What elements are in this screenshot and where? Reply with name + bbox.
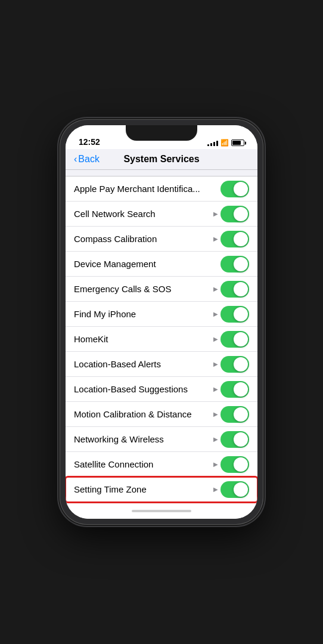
toggle-homekit[interactable] xyxy=(220,331,249,348)
back-button[interactable]: ‹ Back xyxy=(74,154,100,165)
row-right-cell-network: ▶ xyxy=(213,206,249,222)
list-row-device-management[interactable]: Device Management xyxy=(66,252,257,277)
row-label-cell-network: Cell Network Search xyxy=(74,203,213,225)
row-label-device-management: Device Management xyxy=(74,253,220,275)
row-label-networking: Networking & Wireless xyxy=(74,428,213,450)
toggle-location-alerts[interactable] xyxy=(220,356,249,373)
row-right-networking: ▶ xyxy=(213,431,249,448)
row-label-satellite-connection: Satellite Connection xyxy=(74,453,213,475)
location-arrow-icon-compass-calibration: ▶ xyxy=(213,236,218,242)
location-arrow-icon-networking: ▶ xyxy=(213,436,218,442)
back-label: Back xyxy=(78,154,100,165)
list-row-compass-calibration[interactable]: Compass Calibration▶ xyxy=(66,227,257,252)
toggle-satellite-connection[interactable] xyxy=(220,456,249,473)
row-label-homekit: HomeKit xyxy=(74,328,213,350)
row-right-compass-calibration: ▶ xyxy=(213,231,249,247)
toggle-compass-calibration[interactable] xyxy=(220,231,249,247)
toggle-location-suggestions[interactable] xyxy=(220,381,249,398)
phone-screen: 12:52 📶 ‹ Back System Services xyxy=(66,125,257,519)
list-row-cell-network[interactable]: Cell Network Search▶ xyxy=(66,202,257,227)
toggle-cell-network[interactable] xyxy=(220,206,249,222)
signal-icon xyxy=(207,140,218,146)
location-arrow-icon-motion-calibration: ▶ xyxy=(213,411,218,417)
location-arrow-icon-emergency-calls: ▶ xyxy=(213,286,218,292)
location-arrow-icon-location-alerts: ▶ xyxy=(213,361,218,367)
phone-frame: 12:52 📶 ‹ Back System Services xyxy=(60,119,263,525)
chevron-left-icon: ‹ xyxy=(74,154,77,165)
list-row-location-suggestions[interactable]: Location-Based Suggestions▶ xyxy=(66,377,257,402)
row-right-motion-calibration: ▶ xyxy=(213,406,249,423)
list-row-emergency-calls[interactable]: Emergency Calls & SOS▶ xyxy=(66,277,257,302)
row-right-setting-time-zone: ▶ xyxy=(213,481,249,498)
toggle-setting-time-zone[interactable] xyxy=(220,481,249,498)
notch xyxy=(126,125,197,141)
status-bar: 12:52 📶 xyxy=(66,125,257,149)
location-arrow-icon-satellite-connection: ▶ xyxy=(213,461,218,467)
home-indicator xyxy=(66,503,257,519)
row-right-emergency-calls: ▶ xyxy=(213,281,249,298)
list-row-location-alerts[interactable]: Location-Based Alerts▶ xyxy=(66,352,257,377)
row-label-emergency-calls: Emergency Calls & SOS xyxy=(74,278,213,300)
settings-scroll[interactable]: Apple Pay Merchant Identifica...Cell Net… xyxy=(66,170,257,503)
toggle-motion-calibration[interactable] xyxy=(220,406,249,423)
row-label-apple-pay: Apple Pay Merchant Identifica... xyxy=(74,178,220,200)
row-label-motion-calibration: Motion Calibration & Distance xyxy=(74,403,213,425)
row-label-setting-time-zone: Setting Time Zone xyxy=(74,478,213,500)
list-row-homekit[interactable]: HomeKit▶ xyxy=(66,327,257,352)
settings-list: Apple Pay Merchant Identifica...Cell Net… xyxy=(66,176,257,503)
row-right-apple-pay xyxy=(220,181,249,197)
row-right-satellite-connection: ▶ xyxy=(213,456,249,473)
location-arrow-icon-cell-network: ▶ xyxy=(213,210,218,217)
nav-bar: ‹ Back System Services xyxy=(66,149,257,170)
toggle-find-my-iphone[interactable] xyxy=(220,306,249,323)
list-row-apple-pay[interactable]: Apple Pay Merchant Identifica... xyxy=(66,177,257,202)
row-right-location-alerts: ▶ xyxy=(213,356,249,373)
wifi-icon: 📶 xyxy=(220,139,229,147)
list-row-find-my-iphone[interactable]: Find My iPhone▶ xyxy=(66,302,257,327)
location-arrow-icon-homekit: ▶ xyxy=(213,336,218,342)
toggle-apple-pay[interactable] xyxy=(220,181,249,197)
toggle-networking[interactable] xyxy=(220,431,249,448)
location-arrow-icon-find-my-iphone: ▶ xyxy=(213,311,218,317)
list-row-networking[interactable]: Networking & Wireless▶ xyxy=(66,427,257,452)
page-title: System Services xyxy=(123,154,199,165)
row-label-find-my-iphone: Find My iPhone xyxy=(74,303,213,325)
row-right-find-my-iphone: ▶ xyxy=(213,306,249,323)
row-label-location-alerts: Location-Based Alerts xyxy=(74,353,213,375)
row-right-location-suggestions: ▶ xyxy=(213,381,249,398)
toggle-emergency-calls[interactable] xyxy=(220,281,249,298)
list-row-satellite-connection[interactable]: Satellite Connection▶ xyxy=(66,452,257,477)
status-icons: 📶 xyxy=(207,139,244,147)
list-row-share-my-location[interactable]: Share My Location xyxy=(66,502,257,503)
row-label-location-suggestions: Location-Based Suggestions xyxy=(74,378,213,400)
list-row-setting-time-zone[interactable]: Setting Time Zone▶ xyxy=(66,477,257,502)
list-row-motion-calibration[interactable]: Motion Calibration & Distance▶ xyxy=(66,402,257,427)
location-arrow-icon-location-suggestions: ▶ xyxy=(213,386,218,392)
battery-icon xyxy=(231,140,244,146)
toggle-device-management[interactable] xyxy=(220,256,249,273)
row-label-compass-calibration: Compass Calibration xyxy=(74,228,213,250)
status-time: 12:52 xyxy=(79,137,100,147)
location-arrow-icon-setting-time-zone: ▶ xyxy=(213,486,218,493)
row-right-device-management xyxy=(220,256,249,273)
home-bar xyxy=(132,510,191,512)
row-right-homekit: ▶ xyxy=(213,331,249,348)
